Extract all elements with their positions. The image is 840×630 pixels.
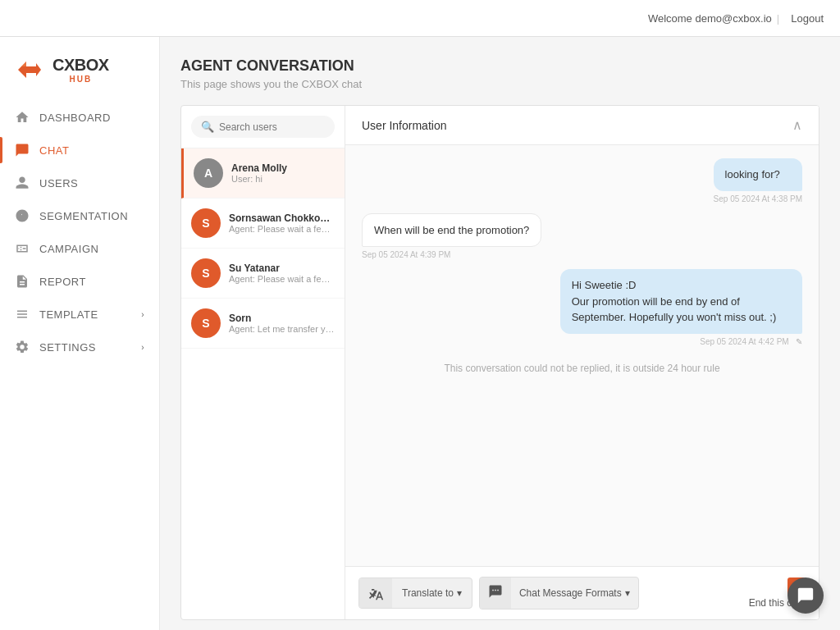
message-format-icon [488,584,503,599]
user-name: Sornsawan Chokkoedsakul [229,212,335,224]
campaign-icon [15,241,30,256]
list-item[interactable]: S Sornsawan Chokkoedsakul Agent: Please … [181,199,345,249]
chat-format-dropdown-icon: ▾ [625,587,630,599]
cxbox-logo-icon [15,55,44,84]
logo-text: CXBOX HUB [52,56,109,84]
avatar: S [191,308,221,338]
message-time: Sep 05 2024 At 4:42 PM ✎ [560,337,802,346]
avatar: S [191,208,221,238]
user-sub: Agent: Please wait a few ... [229,274,335,284]
segment-icon [15,208,30,223]
home-icon [15,110,30,125]
chat-format-icon-box [480,578,511,609]
avatar: S [191,258,221,288]
logout-link[interactable]: Logout [791,12,824,25]
sidebar: CXBOX HUB DASHBOARD CHAT USERS SEGMENTAT… [0,37,160,630]
chat-format-label: Chat Message Formats [519,587,622,599]
sidebar-item-campaign[interactable]: CAMPAIGN [0,232,159,265]
main-content: AGENT CONVERSATION This page shows you t… [160,37,840,630]
user-info: Arena Molly User: hi [231,162,335,184]
sidebar-label-report: REPORT [39,276,86,288]
rule-notice: This conversation could not be replied, … [362,356,802,381]
sidebar-label-template: TEMPLATE [39,308,98,321]
message-incoming: When will be end the promotion? Sep 05 2… [362,213,541,260]
top-bar: Welcome demo@cxbox.io | Logout [0,0,840,37]
user-info-title: User Information [362,119,446,132]
logo-cxbox: CXBOX [52,56,109,75]
translate-icon-box [359,578,392,608]
user-name: Su Yatanar [229,262,335,274]
sidebar-item-users[interactable]: USERS [0,167,159,199]
sidebar-item-segmentation[interactable]: SEGMENTATION [0,199,159,232]
user-info: Sornsawan Chokkoedsakul Agent: Please wa… [229,212,335,234]
divider: | [777,12,779,25]
search-input[interactable] [219,121,325,133]
user-info: Su Yatanar Agent: Please wait a few ... [229,262,335,284]
sidebar-item-template[interactable]: TEMPLATE › [0,298,159,331]
svg-marker-0 [18,62,41,78]
user-name: Sorn [229,313,335,324]
chat-icon [15,143,30,158]
sidebar-label-chat: CHAT [39,144,69,157]
content-area: 🔍 A Arena Molly User: hi S Sornsawan Cho… [180,105,819,620]
list-item[interactable]: S Su Yatanar Agent: Please wait a few ..… [181,249,345,299]
user-list-panel: 🔍 A Arena Molly User: hi S Sornsawan Cho… [181,106,345,619]
sidebar-item-chat[interactable]: CHAT [0,134,159,167]
settings-icon [15,340,30,354]
sidebar-label-settings: SETTINGS [39,341,96,354]
chat-format-button[interactable]: Chat Message Formats ▾ [511,581,638,605]
translate-label: Translate to [402,587,454,599]
chat-format-wrap: Chat Message Formats ▾ [479,577,639,609]
sidebar-label-dashboard: DASHBOARD [39,112,111,124]
chat-toolbar: Translate to ▾ Chat Message Formats ▾ [345,566,819,619]
list-item[interactable]: A Arena Molly User: hi [181,148,345,199]
chat-widget-icon [797,587,815,605]
user-sub: Agent: Let me transfer yo... [229,324,335,334]
sidebar-label-users: USERS [39,177,78,189]
user-name: Arena Molly [231,162,335,174]
list-item[interactable]: S Sorn Agent: Let me transfer yo... [181,299,345,349]
user-sub: Agent: Please wait a few ... [229,224,335,234]
messages-area: looking for? Sep 05 2024 At 4:38 PM When… [345,145,819,566]
message-bubble: When will be end the promotion? [362,213,541,248]
page-subtitle: This page shows you the CXBOX chat [180,78,819,90]
translate-wrap: Translate to ▾ [358,578,472,609]
user-sub: User: hi [231,174,335,184]
user-info: Sorn Agent: Let me transfer yo... [229,313,335,334]
edit-icon[interactable]: ✎ [796,337,802,346]
avatar: A [194,158,223,188]
welcome-text: Welcome demo@cxbox.io [648,12,772,25]
message-bubble: looking for? [714,158,802,191]
sidebar-label-segmentation: SEGMENTATION [39,210,128,222]
message-bubble: Hi Sweetie :DOur promotion will be end b… [560,269,802,334]
chat-widget-button[interactable] [788,578,824,614]
report-icon [15,274,30,289]
translate-button[interactable]: Translate to ▾ [392,581,472,605]
message-time: Sep 05 2024 At 4:39 PM [362,250,541,259]
collapse-icon[interactable]: ∧ [792,117,802,133]
search-input-wrap: 🔍 [191,116,335,138]
user-info-header: User Information ∧ [345,106,819,145]
chat-panel: User Information ∧ looking for? Sep 05 2… [345,106,819,619]
message-outgoing: Hi Sweetie :DOur promotion will be end b… [560,269,802,346]
person-icon [15,176,30,190]
logo-area: CXBOX HUB [0,45,159,101]
page-title: AGENT CONVERSATION [180,57,819,75]
translate-dropdown-icon: ▾ [457,587,462,599]
sidebar-label-campaign: CAMPAIGN [39,243,98,255]
google-translate-icon [368,585,384,601]
search-area: 🔍 [181,106,345,148]
message-time: Sep 05 2024 At 4:38 PM [714,194,802,203]
user-list: A Arena Molly User: hi S Sornsawan Chokk… [181,148,345,619]
template-icon [15,307,30,322]
search-icon: 🔍 [201,121,214,133]
sidebar-item-dashboard[interactable]: DASHBOARD [0,101,159,134]
settings-chevron-icon: › [141,343,144,352]
sidebar-item-settings[interactable]: SETTINGS › [0,331,159,363]
sidebar-item-report[interactable]: REPORT [0,265,159,298]
logo-hub: HUB [52,75,109,84]
template-chevron-icon: › [141,310,144,319]
message-outgoing: looking for? Sep 05 2024 At 4:38 PM [714,158,802,203]
